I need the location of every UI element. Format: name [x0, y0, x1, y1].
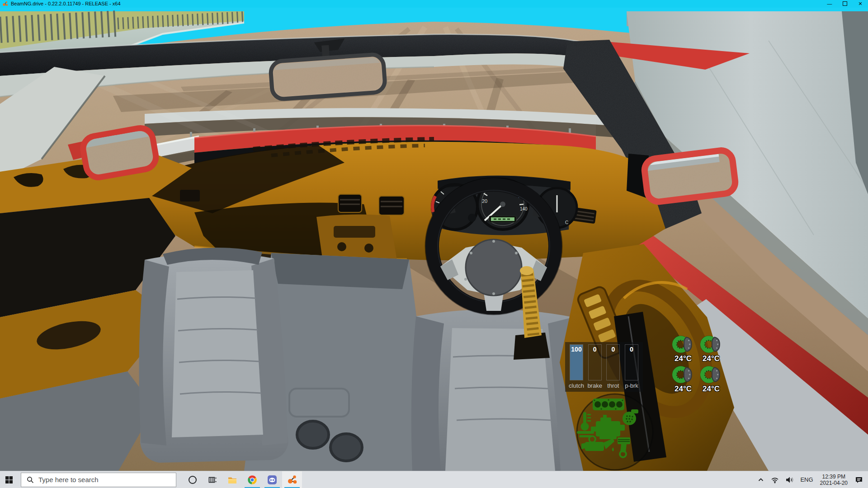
clutch-value: 100 [570, 346, 583, 353]
speaker-icon [785, 476, 794, 483]
wifi-icon [771, 476, 779, 483]
taskbar-search-input[interactable]: Type here to search [21, 473, 176, 487]
tire-rear-right: 24°C [697, 364, 725, 394]
left-side-mirror [81, 126, 158, 179]
svg-text:20: 20 [482, 198, 487, 204]
tire-temp-fr: 24°C [703, 354, 720, 363]
taskbar-item-file-explorer[interactable] [222, 471, 242, 488]
search-placeholder: Type here to search [38, 476, 99, 483]
minimize-button[interactable]: — [822, 0, 837, 8]
tray-clock[interactable]: 12:39 PM 2021-04-20 [820, 474, 848, 486]
beamng-icon [287, 474, 297, 485]
taskbar-item-discord[interactable] [262, 471, 282, 488]
tray-chevron[interactable] [757, 476, 764, 483]
clutch-label: clutch [569, 382, 584, 389]
tire-icon [700, 364, 722, 385]
parkbrake-label: p-brk [625, 382, 638, 389]
input-throttle: 0 throt [605, 344, 621, 390]
tray-language[interactable]: ENG [800, 476, 813, 483]
cortana-icon [188, 475, 197, 484]
brake-value: 0 [589, 346, 601, 353]
driver-seat [411, 309, 591, 471]
chrome-icon [247, 475, 257, 485]
discord-icon [267, 475, 277, 485]
taskbar-item-beamng[interactable] [282, 471, 302, 488]
tire-front-right: 24°C [697, 334, 725, 363]
tire-rear-left: 24°C [669, 364, 697, 394]
throttle-value: 0 [607, 346, 619, 353]
svg-text:C: C [565, 220, 568, 225]
engine-damage-app [572, 391, 658, 471]
tray-network[interactable] [771, 476, 779, 483]
tire-thermals-app: 24°C 24°C [669, 334, 727, 394]
desktop: BeamNG.drive - 0.22.2.0.11749 - RELEASE … [0, 0, 868, 488]
right-side-mirror [643, 149, 736, 203]
windows-logo-icon [5, 476, 13, 484]
tire-icon [672, 334, 694, 355]
tire-icon [700, 334, 722, 355]
file-explorer-icon [227, 475, 237, 485]
tire-icon [672, 364, 694, 385]
passenger-seat [139, 248, 289, 463]
vehicle-inputs-app: 100 clutch 0 brake 0 throt 0 p-brk [565, 342, 643, 392]
game-scene: 20 120 140 E C [0, 8, 868, 471]
taskbar: Type here to search [0, 471, 868, 488]
beamng-window-icon [2, 1, 8, 7]
taskbar-item-chrome[interactable] [242, 471, 262, 488]
input-parkbrake: 0 p-brk [624, 344, 639, 390]
input-clutch: 100 clutch [569, 344, 584, 390]
action-center-button[interactable] [854, 476, 863, 484]
search-icon [27, 476, 34, 483]
system-tray: ENG 12:39 PM 2021-04-20 [754, 471, 868, 488]
game-viewport[interactable]: 20 120 140 E C [0, 8, 868, 471]
close-button[interactable]: ✕ [853, 0, 868, 8]
tire-front-left: 24°C [669, 334, 697, 363]
taskbar-item-cortana[interactable] [183, 471, 203, 488]
window-title: BeamNG.drive - 0.22.2.0.11749 - RELEASE … [11, 0, 121, 8]
chevron-up-icon [757, 476, 764, 483]
tire-temp-fl: 24°C [675, 354, 692, 363]
start-button[interactable] [0, 471, 18, 488]
svg-text:140: 140 [520, 206, 528, 211]
taskbar-item-task-view[interactable] [203, 471, 222, 488]
tray-time: 12:39 PM [820, 474, 848, 480]
action-center-icon [854, 476, 863, 484]
tire-temp-rl: 24°C [675, 385, 692, 394]
parkbrake-value: 0 [625, 346, 638, 353]
brake-label: brake [587, 382, 602, 389]
tray-volume[interactable] [785, 476, 794, 483]
title-bar[interactable]: BeamNG.drive - 0.22.2.0.11749 - RELEASE … [0, 0, 868, 8]
task-view-icon [208, 475, 217, 484]
tray-date: 2021-04-20 [820, 480, 848, 486]
head-gasket-icon [593, 399, 624, 410]
maximize-button[interactable] [837, 0, 853, 8]
tire-temp-rr: 24°C [703, 385, 720, 394]
throttle-label: throt [607, 382, 619, 389]
input-brake: 0 brake [587, 344, 603, 390]
